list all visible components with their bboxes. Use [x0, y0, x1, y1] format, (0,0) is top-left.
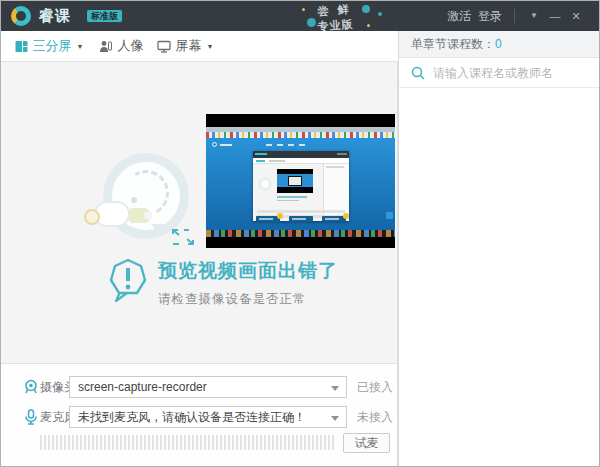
camera-status: 已接入: [357, 376, 393, 398]
thumb-action-buttons: [206, 216, 395, 222]
login-link[interactable]: 登录: [478, 1, 502, 31]
camera-select[interactable]: screen-capture-recorder: [69, 376, 347, 398]
thumb-coin-badge: [343, 213, 349, 219]
course-sidebar: 单章节课程数：0: [398, 31, 600, 467]
thumb-button: [322, 216, 346, 222]
screen-icon: [157, 40, 171, 53]
camera-select-value: screen-capture-recorder: [78, 380, 207, 394]
tab-three-split[interactable]: 三分屏 ▼: [9, 31, 89, 61]
tab-label: 人像: [118, 37, 144, 55]
mode-tab-bar: 三分屏 ▼ 人像 屏幕 ▼: [1, 31, 398, 62]
course-search-row: [399, 58, 600, 88]
title-bar: 睿课 标准版 尝 鲜 专业版 激活 登录 ▼ — ✕: [1, 1, 599, 31]
error-subtitle: 请检查摄像设备是否正常: [158, 291, 338, 308]
minimize-button[interactable]: —: [546, 1, 564, 31]
portrait-icon: [99, 40, 113, 53]
window-menu-button[interactable]: ▼: [525, 1, 543, 31]
thumb-desktop: [206, 138, 395, 230]
thumb-taskbar: [206, 230, 395, 237]
activate-link[interactable]: 激活: [447, 1, 471, 31]
course-search-input[interactable]: [433, 66, 600, 80]
app-logo-icon: [11, 6, 31, 26]
decor-dot: [378, 12, 382, 16]
titlebar-divider: [514, 9, 515, 23]
mic-status: 未接入: [357, 406, 393, 428]
thumb-site-logo: [212, 142, 217, 147]
thumb-button: [256, 216, 280, 222]
test-mic-button[interactable]: 试麦: [343, 433, 390, 453]
watermark-bubble-tail: [151, 224, 165, 236]
thumb-app-body: [253, 164, 349, 204]
tab-label: 三分屏: [33, 37, 72, 55]
watermark-dot: [131, 197, 137, 203]
video-preview-area: 预览视频画面出错了 请检查摄像设备是否正常: [1, 62, 398, 363]
course-count-value: 0: [495, 37, 502, 51]
webcam-icon: [23, 379, 39, 395]
course-count-label: 单章节课程数：: [411, 37, 495, 51]
tab-screen[interactable]: 屏幕 ▼: [153, 31, 217, 61]
letterbox-bar: [206, 237, 395, 248]
chevron-down-icon: ▼: [207, 43, 214, 50]
watermark-hand: [94, 201, 130, 227]
mic-level-meter: [40, 435, 336, 450]
thumb-site-title: [220, 144, 232, 146]
tab-label: 屏幕: [176, 37, 202, 55]
chevron-down-icon: [331, 416, 339, 421]
thumb-button: [289, 216, 313, 222]
thumb-corner-widget: [386, 212, 393, 219]
close-button[interactable]: ✕: [567, 1, 585, 31]
course-count-row: 单章节课程数：0: [399, 31, 600, 58]
chevron-down-icon: ▼: [77, 43, 84, 50]
error-bubble-icon: [108, 258, 148, 304]
decor-dot: [362, 5, 370, 13]
thumb-mini-watermark: [259, 178, 271, 190]
thumb-mini-error-sub: [277, 200, 299, 201]
decor-dot: [307, 18, 316, 27]
thumb-coin-badge: [277, 213, 283, 219]
thumb-row: [257, 210, 345, 213]
error-title: 预览视频画面出错了: [158, 258, 338, 284]
split-screen-icon: [15, 40, 28, 53]
device-panel: 摄像头 screen-capture-recorder 已接入 麦克风 未找到麦…: [1, 363, 398, 467]
app-title: 睿课: [39, 1, 71, 31]
watermark-wrench: [129, 208, 149, 223]
search-icon: [411, 66, 425, 80]
decor-dot: [367, 24, 370, 27]
microphone-icon: [23, 409, 39, 425]
video-preview-thumbnail[interactable]: [206, 114, 395, 248]
decor-dot: [302, 8, 305, 11]
thumb-app-titlebar: [253, 151, 349, 158]
expand-arrows-icon: [171, 228, 195, 246]
thumb-app-window: [253, 151, 349, 221]
thumb-nested-preview: [277, 169, 313, 193]
edition-badge: 标准版: [87, 10, 122, 22]
mic-select-value: 未找到麦克风，请确认设备是否连接正确！: [78, 410, 306, 424]
thumb-mini-error-text: [277, 196, 307, 198]
mic-select[interactable]: 未找到麦克风，请确认设备是否连接正确！: [69, 406, 347, 428]
thumb-nav-links: [266, 144, 306, 146]
app-window: 睿课 标准版 尝 鲜 专业版 激活 登录 ▼ — ✕ 三分屏 ▼: [0, 0, 600, 467]
tab-portrait[interactable]: 人像: [93, 31, 149, 61]
chevron-down-icon: [331, 386, 339, 391]
preview-error-message: 预览视频画面出错了 请检查摄像设备是否正常: [108, 258, 338, 308]
letterbox-bar: [206, 114, 395, 127]
